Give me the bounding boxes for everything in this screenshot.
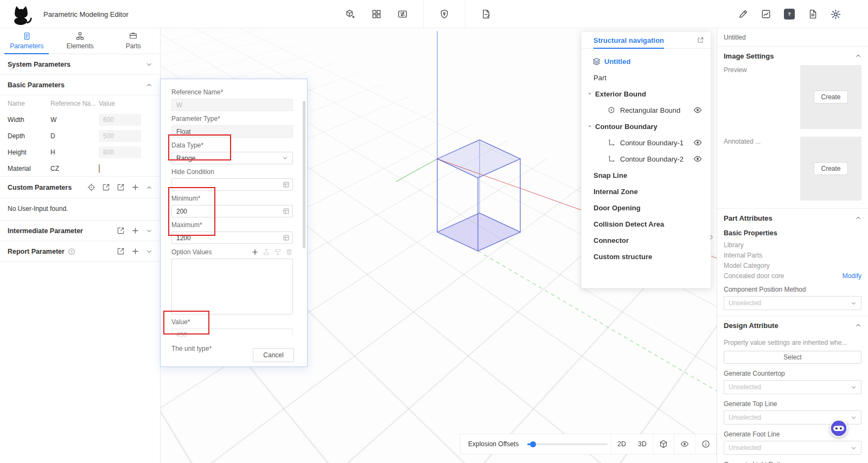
document-icon[interactable] [808, 9, 818, 19]
tree-item-contour-boundary-1[interactable]: Contour Boundary-1 [582, 134, 711, 151]
structural-navigation-tab[interactable]: Structural navigation [593, 32, 664, 48]
depth-value-input[interactable] [99, 130, 141, 142]
section-custom-parameters[interactable]: Custom Parameters [0, 177, 160, 198]
formula-icon[interactable] [283, 208, 290, 215]
section-intermediate-parameter[interactable]: Intermediate Parameter [0, 221, 160, 241]
visibility-eye-icon[interactable] [693, 106, 702, 114]
insert-below-icon[interactable] [274, 248, 282, 256]
create-preview-button[interactable]: Create [814, 91, 847, 104]
option-values-textarea[interactable] [171, 259, 293, 314]
add-parameter-icon[interactable] [131, 247, 139, 255]
help-icon[interactable] [784, 9, 795, 20]
hide-condition-input[interactable] [171, 178, 293, 191]
section-basic-parameters[interactable]: Basic Parameters [0, 75, 160, 95]
tree-item-door-opening[interactable]: Door Opening [582, 200, 711, 216]
value-input[interactable] [171, 329, 293, 341]
table-row-depth[interactable]: Depth D [0, 128, 160, 144]
tree-item-connector[interactable]: Connector [582, 232, 711, 248]
explosion-offset-slider[interactable] [527, 443, 608, 445]
generate-countertop-select[interactable]: Unselected [724, 380, 861, 394]
open-external-icon[interactable] [697, 36, 704, 44]
tree-item-root[interactable]: Untitled [582, 53, 711, 69]
settings-gear-icon[interactable] [831, 9, 841, 20]
expand-triangle-icon[interactable] [587, 124, 592, 129]
components-icon[interactable] [372, 9, 381, 19]
table-row-material[interactable]: Material CZ [0, 160, 160, 177]
section-report-parameter[interactable]: Report Parameter [0, 241, 160, 262]
import-icon[interactable] [117, 227, 125, 235]
tab-parts[interactable]: Parts [107, 28, 160, 54]
cancel-button[interactable]: Cancel [253, 348, 294, 362]
modal-scrollbar[interactable] [303, 101, 305, 248]
tab-parameters[interactable]: Parameters [0, 28, 53, 54]
import-icon[interactable] [117, 183, 125, 191]
expand-triangle-icon[interactable] [587, 91, 592, 97]
insert-above-icon[interactable] [263, 248, 270, 256]
security-shield-icon[interactable] [439, 9, 449, 19]
maximum-input[interactable] [171, 232, 293, 244]
view-2d-button[interactable]: 2D [611, 434, 632, 454]
generate-foot-line-select[interactable]: Unselected [724, 441, 861, 455]
view-3d-button[interactable]: 3D [632, 434, 653, 454]
tree-item-contour-boundary-2[interactable]: Contour Boundary-2 [582, 151, 711, 167]
add-parameter-icon[interactable] [131, 227, 139, 235]
tab-elements[interactable]: Elements [53, 28, 106, 54]
export-icon[interactable] [102, 183, 110, 191]
modify-link[interactable]: Modify [843, 272, 861, 280]
assistant-robot-button[interactable] [830, 420, 847, 437]
data-type-select[interactable]: Range [171, 152, 293, 164]
parametric-model-box[interactable] [437, 140, 520, 251]
import-icon[interactable] [117, 247, 125, 255]
table-row-width[interactable]: Width W [0, 112, 160, 128]
tree-item-part[interactable]: Part [582, 69, 711, 86]
formula-icon[interactable] [283, 181, 290, 188]
minimum-input[interactable] [171, 205, 293, 217]
chevron-up-icon[interactable] [146, 82, 152, 88]
visibility-button[interactable] [674, 434, 695, 454]
locate-icon[interactable] [87, 183, 95, 191]
add-option-icon[interactable] [251, 248, 259, 256]
performance-chart-icon[interactable] [761, 9, 771, 19]
design-attribute-header[interactable]: Design Attribute [717, 316, 868, 335]
edit-pencil-icon[interactable] [738, 9, 748, 19]
visibility-eye-icon[interactable] [693, 138, 702, 147]
tree-item-internal-zone[interactable]: Internal Zone [582, 183, 711, 200]
model-library-icon[interactable] [346, 9, 355, 19]
add-parameter-icon[interactable] [131, 183, 139, 191]
chevron-down-icon[interactable] [146, 248, 152, 255]
part-attributes-header[interactable]: Part Attributes [717, 209, 868, 227]
question-circle-icon[interactable] [68, 248, 75, 255]
image-settings-header[interactable]: Image Settings [717, 47, 868, 65]
chevron-up-icon[interactable] [855, 322, 861, 329]
visibility-eye-icon[interactable] [693, 155, 702, 163]
create-annotated-button[interactable]: Create [814, 162, 847, 175]
panel-collapse-handle[interactable] [707, 230, 716, 244]
section-system-parameters[interactable]: System Parameters [0, 54, 160, 75]
document-edit-icon[interactable] [481, 9, 491, 19]
component-position-select[interactable]: Unselected [724, 296, 861, 310]
chevron-down-icon[interactable] [146, 228, 152, 234]
reference-name-input[interactable] [171, 99, 293, 111]
formula-icon[interactable] [283, 234, 290, 241]
tree-item-snap-line[interactable]: Snap Line [582, 167, 711, 183]
tree-item-exterior-bound[interactable]: Exterior Bound [582, 86, 711, 102]
slider-thumb[interactable] [530, 441, 536, 447]
parameter-transfer-icon[interactable] [398, 9, 407, 19]
parameter-type-input[interactable] [171, 125, 293, 138]
chevron-up-icon[interactable] [146, 184, 152, 191]
delete-option-icon[interactable] [285, 248, 293, 256]
chevron-down-icon[interactable] [146, 61, 152, 68]
material-swatch[interactable] [99, 164, 100, 173]
width-value-input[interactable] [99, 114, 141, 126]
table-row-height[interactable]: Height H [0, 144, 160, 160]
tree-item-contour-boundary[interactable]: Contour Boundary [582, 118, 711, 134]
chevron-up-icon[interactable] [855, 215, 861, 221]
tree-item-collision-detect-area[interactable]: Collision Detect Area [582, 216, 711, 232]
tree-item-custom-structure[interactable]: Custom structure [582, 248, 711, 265]
tree-item-rectangular-bound[interactable]: Rectangular Bound [582, 102, 711, 118]
select-button[interactable]: Select [724, 351, 861, 364]
chevron-up-icon[interactable] [855, 53, 861, 59]
height-value-input[interactable] [99, 146, 141, 158]
info-button[interactable] [695, 434, 716, 454]
model-view-button[interactable] [653, 434, 674, 454]
